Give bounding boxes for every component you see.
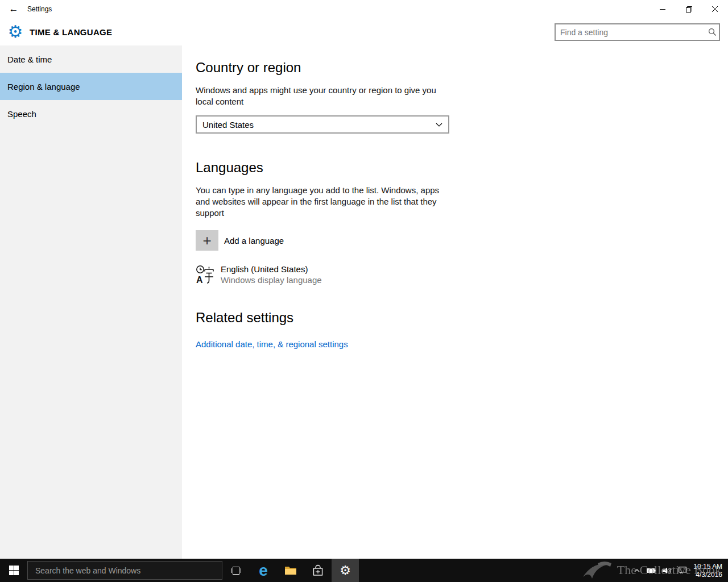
sidebar-item-label: Speech (7, 109, 36, 119)
store-button[interactable] (304, 559, 332, 582)
restore-icon (686, 6, 692, 13)
additional-settings-link[interactable]: Additional date, time, & regional settin… (196, 339, 348, 349)
languages-description: You can type in any language you add to … (196, 185, 444, 219)
language-detail: Windows display language (221, 275, 322, 285)
window-controls (650, 0, 728, 18)
restore-button[interactable] (676, 0, 702, 18)
country-region-heading: Country or region (196, 60, 728, 76)
svg-text:A: A (196, 275, 203, 284)
country-dropdown[interactable]: United States (196, 115, 449, 134)
task-view-button[interactable] (222, 559, 250, 582)
back-button[interactable]: ← (0, 0, 27, 18)
back-arrow-icon: ← (9, 3, 19, 15)
settings-taskbar-gear-icon: ⚙ (340, 564, 351, 577)
minimize-icon (660, 9, 665, 10)
settings-taskbar-button[interactable]: ⚙ (332, 559, 359, 582)
task-view-icon (229, 565, 243, 576)
language-icon: A (196, 265, 214, 284)
language-name: English (United States) (221, 264, 322, 274)
edge-button[interactable]: e (250, 559, 277, 582)
sidebar-item-label: Region & language (7, 82, 80, 92)
sidebar-item-label: Date & time (7, 55, 52, 64)
clock-time: 10:15 AM (693, 563, 722, 571)
chevron-down-icon (436, 123, 442, 127)
sidebar-item-speech[interactable]: Speech (0, 100, 182, 127)
chevron-up-icon[interactable] (634, 569, 640, 572)
plus-icon: + (196, 230, 218, 251)
language-list-item[interactable]: A English (United States) Windows displa… (196, 264, 728, 285)
volume-icon[interactable] (663, 567, 672, 574)
start-button[interactable] (0, 559, 27, 582)
page-title: TIME & LANGUAGE (30, 27, 112, 37)
clock-date: 4/3/2016 (693, 571, 722, 579)
minimize-button[interactable] (650, 0, 676, 18)
battery-icon[interactable] (647, 568, 656, 573)
system-tray: 10:15 AM 4/3/2016 (634, 559, 728, 582)
related-settings-heading: Related settings (196, 310, 728, 326)
window-title: Settings (27, 5, 52, 13)
sidebar-item-date-time[interactable]: Date & time (0, 45, 182, 73)
taskbar: e ⚙ 10:15 AM (0, 559, 728, 582)
search-icon[interactable] (705, 28, 719, 36)
action-center-icon[interactable] (679, 567, 686, 574)
taskbar-search-input[interactable] (28, 566, 222, 575)
windows-logo-icon (9, 566, 19, 575)
country-dropdown-value: United States (202, 120, 254, 130)
add-language-label: Add a language (224, 236, 284, 246)
sidebar: Date & time Region & language Speech (0, 45, 182, 559)
titlebar: ← Settings (0, 0, 728, 18)
file-explorer-button[interactable] (277, 559, 304, 582)
close-icon (712, 6, 718, 12)
find-setting-input[interactable] (556, 28, 705, 37)
store-icon (312, 564, 324, 577)
file-explorer-icon (284, 566, 297, 576)
close-button[interactable] (702, 0, 728, 18)
taskbar-clock[interactable]: 10:15 AM 4/3/2016 (693, 563, 725, 579)
settings-body: Date & time Region & language Speech Cou… (0, 45, 728, 559)
taskbar-search-box (27, 561, 222, 580)
edge-icon: e (259, 563, 268, 579)
country-region-description: Windows and apps might use your country … (196, 85, 444, 107)
languages-heading: Languages (196, 160, 728, 176)
add-language-button[interactable]: + Add a language (196, 230, 728, 251)
language-texts: English (United States) Windows display … (221, 264, 322, 285)
settings-gear-icon: ⚙ (5, 23, 26, 40)
main-panel: Country or region Windows and apps might… (182, 45, 728, 559)
sidebar-item-region-language[interactable]: Region & language (0, 73, 182, 100)
settings-header: ⚙ TIME & LANGUAGE (0, 18, 728, 45)
find-setting-box (555, 23, 720, 41)
